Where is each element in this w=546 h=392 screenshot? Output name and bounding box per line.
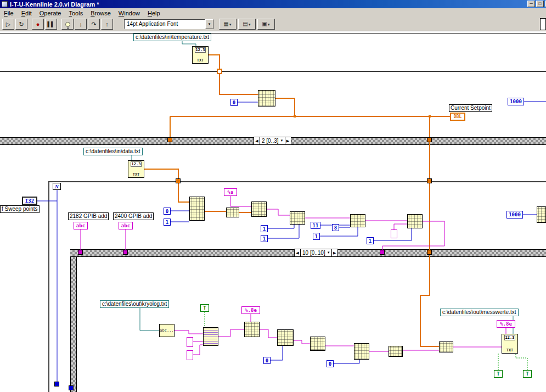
menu-help[interactable]: Help bbox=[144, 9, 164, 17]
for-loop-border-left[interactable] bbox=[48, 181, 49, 392]
numeric-constant-1[interactable]: 1 bbox=[367, 237, 374, 244]
align-objects-dropdown[interactable]: ▦▼ bbox=[219, 19, 237, 30]
string-function-node-1[interactable] bbox=[290, 211, 305, 225]
build-array-node-1[interactable] bbox=[310, 337, 325, 351]
frame-dropdown-caret[interactable]: ▼ bbox=[280, 137, 285, 144]
tunnel-string[interactable] bbox=[78, 250, 83, 255]
distribute-objects-dropdown[interactable]: ▤▼ bbox=[238, 19, 256, 30]
minimize-button[interactable]: ─ bbox=[527, 1, 535, 7]
pause-button[interactable]: ▌▌ bbox=[45, 19, 57, 30]
string-constant-fmt-e[interactable]: %.8e bbox=[241, 306, 260, 314]
font-selector[interactable]: 14pt Application Font bbox=[124, 19, 205, 29]
boolean-true-constant[interactable]: T bbox=[523, 370, 532, 378]
build-array-node-3[interactable] bbox=[439, 341, 453, 352]
tunnel-int[interactable] bbox=[69, 385, 74, 390]
string-constant-small-2[interactable] bbox=[187, 350, 193, 360]
numeric-constant-0[interactable]: 0 bbox=[263, 357, 271, 364]
for-loop-count-terminal[interactable]: N bbox=[53, 183, 61, 190]
prev-frame-arrow[interactable]: ◀ bbox=[254, 137, 260, 144]
path-constant-kryolog[interactable]: c:\datenfiles\out\kryolog.txt bbox=[100, 300, 169, 308]
label-gpib-2182[interactable]: 2182 GPIB add bbox=[68, 212, 109, 220]
for-loop-border-top[interactable] bbox=[48, 181, 546, 182]
step-over-button[interactable]: ↷ bbox=[88, 19, 100, 30]
boolean-true-constant[interactable]: T bbox=[200, 304, 209, 312]
step-into-button[interactable]: ↓ bbox=[75, 19, 87, 30]
string-function-node-2[interactable] bbox=[350, 214, 365, 227]
terminal-i32-sweep-points[interactable]: I32 bbox=[22, 197, 37, 205]
string-function-node-3[interactable] bbox=[407, 214, 423, 228]
font-selector-caret[interactable]: ▼ bbox=[205, 19, 213, 29]
abort-button[interactable]: ● bbox=[32, 19, 44, 30]
numeric-constant-8[interactable]: 8 bbox=[332, 224, 339, 231]
sequence-selector-outer[interactable]: ◀ 2 [0..3] ▼ ▶ bbox=[254, 137, 291, 145]
numeric-constant-1000[interactable]: 1000 bbox=[508, 98, 524, 105]
string-constant-gpib-2182[interactable]: abc bbox=[74, 222, 88, 229]
stacked-sequence-inner-border-left[interactable] bbox=[70, 257, 77, 392]
write-characters-to-file-node[interactable]: abc... bbox=[159, 324, 175, 337]
next-frame-arrow[interactable]: ▶ bbox=[285, 137, 291, 144]
format-into-string-node[interactable] bbox=[251, 201, 267, 217]
index-array-node[interactable] bbox=[258, 90, 275, 107]
highlight-execution-icon bbox=[65, 22, 70, 27]
prev-frame-arrow[interactable]: ◀ bbox=[295, 249, 301, 256]
string-constant-gpib-2400[interactable]: abc bbox=[119, 222, 133, 229]
numeric-constant-1[interactable]: 1 bbox=[261, 225, 268, 232]
tunnel-string[interactable] bbox=[380, 250, 385, 255]
maximize-button[interactable]: □ bbox=[536, 1, 544, 7]
menu-operate[interactable]: Operate bbox=[36, 9, 65, 17]
tunnel-int[interactable] bbox=[54, 382, 59, 387]
index-array-multi-node[interactable] bbox=[189, 197, 205, 221]
label-gpib-2400[interactable]: 2400 GPIB add bbox=[113, 212, 154, 220]
numeric-constant-11[interactable]: 11 bbox=[311, 222, 320, 229]
path-constant-data[interactable]: c:\datenfiles\in\data.txt bbox=[83, 148, 143, 155]
app-icon bbox=[2, 1, 8, 7]
label-current-setpoint[interactable]: Current Setpoint bbox=[449, 104, 492, 112]
menu-file[interactable]: File bbox=[0, 9, 18, 17]
next-frame-arrow[interactable]: ▶ bbox=[331, 249, 337, 256]
clipped-node-right-edge[interactable] bbox=[537, 206, 546, 223]
numeric-constant-0[interactable]: 0 bbox=[164, 208, 171, 215]
tunnel-orange[interactable] bbox=[167, 137, 172, 142]
path-constant-messwerte[interactable]: c:\datenfiles\out\messwerte.txt bbox=[440, 309, 519, 316]
menu-window[interactable]: Window bbox=[115, 9, 144, 17]
read-spreadsheet-file-node[interactable]: 12.3 TXT bbox=[192, 46, 209, 64]
string-constant-fmt-e[interactable]: %.8e bbox=[497, 320, 515, 328]
tunnel-orange[interactable] bbox=[176, 178, 181, 183]
string-constant-fmt-s[interactable]: %s bbox=[224, 188, 237, 196]
sequence-selector-inner[interactable]: ◀ 10 [0..10] ▼ ▶ bbox=[294, 249, 338, 257]
format-into-string-node-2[interactable] bbox=[277, 329, 294, 346]
array-subset-node[interactable] bbox=[226, 208, 239, 217]
step-out-button[interactable]: ↑ bbox=[101, 19, 113, 30]
string-constant-mark[interactable] bbox=[391, 229, 397, 238]
tunnel-string[interactable] bbox=[123, 250, 128, 255]
tunnel-hollow-orange[interactable] bbox=[217, 69, 222, 74]
run-button[interactable]: ▷ bbox=[2, 19, 14, 30]
terminal-dbl-current-setpoint[interactable]: DBL bbox=[450, 113, 465, 121]
tunnel-orange[interactable] bbox=[427, 137, 432, 142]
frame-dropdown-caret[interactable]: ▼ bbox=[327, 249, 331, 256]
build-array-node-2[interactable] bbox=[354, 343, 369, 360]
menu-browse[interactable]: Browse bbox=[87, 9, 115, 17]
menu-edit[interactable]: Edit bbox=[18, 9, 36, 17]
reorder-dropdown[interactable]: ▣▼ bbox=[257, 19, 275, 30]
array-to-spreadsheet-string-node[interactable] bbox=[244, 322, 260, 337]
path-constant-temperature[interactable]: c:\datenfiles\in\temperature.txt bbox=[133, 33, 211, 41]
index-array-node-2[interactable] bbox=[389, 346, 403, 357]
numeric-constant-1[interactable]: 1 bbox=[164, 219, 171, 226]
numeric-constant-1[interactable]: 1 bbox=[261, 235, 268, 242]
boolean-true-constant[interactable]: T bbox=[494, 370, 503, 378]
numeric-constant-1[interactable]: 1 bbox=[313, 233, 320, 240]
numeric-constant-0[interactable]: 0 bbox=[230, 99, 238, 106]
menu-tools[interactable]: Tools bbox=[65, 9, 87, 17]
run-continuous-button[interactable]: ↻ bbox=[15, 19, 27, 30]
string-constant-small-1[interactable] bbox=[187, 337, 193, 347]
write-spreadsheet-file-node[interactable]: 12.3 TXT bbox=[502, 334, 518, 354]
tunnel-orange[interactable] bbox=[427, 250, 432, 255]
numeric-constant-1000[interactable]: 1000 bbox=[506, 211, 523, 219]
read-spreadsheet-file-node-2[interactable]: 12.3 TXT bbox=[128, 160, 144, 178]
tunnel-orange[interactable] bbox=[427, 178, 432, 183]
concatenate-strings-node[interactable] bbox=[203, 327, 218, 346]
numeric-constant-0[interactable]: 0 bbox=[327, 360, 334, 367]
label-sweep-points[interactable]: f Sweep points bbox=[0, 205, 40, 213]
highlight-execution-button[interactable] bbox=[61, 19, 74, 30]
